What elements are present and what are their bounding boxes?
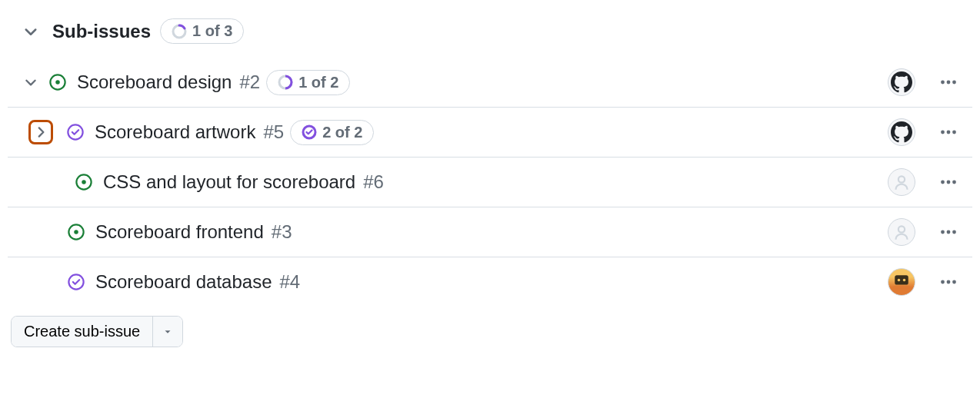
svg-point-2 (55, 80, 60, 85)
issue-title[interactable]: Scoreboard frontend (95, 221, 264, 243)
hubot-icon (891, 271, 912, 293)
svg-point-22 (947, 231, 951, 234)
unassigned-avatar[interactable] (888, 168, 915, 196)
issue-open-icon (68, 224, 85, 240)
progress-badge: 2 of 2 (290, 120, 374, 145)
kebab-icon (939, 73, 958, 91)
svg-point-27 (903, 279, 906, 282)
progress-badge: 1 of 3 (160, 18, 244, 44)
svg-point-14 (898, 176, 905, 182)
kebab-icon (939, 223, 958, 241)
svg-point-16 (947, 181, 951, 184)
issue-number: #4 (280, 271, 301, 293)
issue-title[interactable]: Scoreboard design (77, 71, 232, 93)
svg-point-11 (952, 131, 956, 134)
svg-point-9 (941, 131, 945, 134)
svg-point-29 (941, 280, 945, 284)
progress-badge-text: 1 of 2 (298, 74, 338, 91)
collapse-toggle[interactable] (18, 19, 43, 44)
assignee-avatar[interactable] (888, 268, 915, 296)
issue-closed-icon (67, 124, 84, 141)
issue-closed-icon (68, 274, 85, 290)
chevron-down-icon (24, 75, 38, 89)
issue-number: #2 (239, 71, 260, 93)
progress-badge-text: 2 of 2 (322, 124, 362, 141)
issue-title[interactable]: Scoreboard database (95, 271, 272, 293)
svg-point-20 (898, 226, 905, 232)
svg-point-30 (947, 280, 951, 284)
chevron-down-icon (23, 24, 38, 39)
row-menu[interactable] (932, 170, 965, 194)
issue-number: #3 (272, 221, 292, 243)
svg-point-10 (947, 131, 951, 134)
progress-circle-icon (172, 24, 187, 39)
issue-open-icon (75, 174, 92, 191)
create-sub-issue-button[interactable]: Create sub-issue (12, 317, 152, 347)
octocat-icon (891, 121, 912, 143)
kebab-icon (939, 123, 958, 141)
svg-point-15 (941, 181, 945, 184)
kebab-icon (939, 173, 958, 191)
issue-row[interactable]: CSS and layout for scoreboard #6 (8, 158, 972, 207)
svg-point-13 (82, 180, 86, 184)
triangle-down-icon (162, 327, 173, 337)
svg-point-19 (74, 230, 78, 234)
expand-toggle-highlighted[interactable] (28, 120, 53, 144)
row-menu[interactable] (932, 220, 965, 244)
progress-circle-icon (278, 75, 293, 90)
svg-point-5 (947, 81, 951, 85)
person-icon (893, 224, 910, 240)
progress-circle-icon (302, 124, 317, 140)
issue-title[interactable]: CSS and layout for scoreboard (103, 171, 355, 193)
svg-point-23 (952, 231, 956, 234)
issue-row[interactable]: Scoreboard artwork #5 2 of 2 (8, 108, 972, 158)
sub-issues-header: Sub-issues 1 of 3 (8, 12, 972, 58)
octocat-icon (891, 71, 912, 93)
issue-number: #6 (363, 171, 384, 193)
issue-number: #5 (263, 121, 284, 143)
kebab-icon (939, 273, 958, 291)
person-icon (893, 174, 910, 191)
svg-point-17 (952, 181, 956, 184)
create-sub-issue-group: Create sub-issue (11, 316, 183, 347)
create-sub-issue-dropdown[interactable] (152, 317, 182, 347)
svg-point-4 (941, 81, 945, 85)
svg-point-21 (941, 231, 945, 234)
issue-title[interactable]: Scoreboard artwork (95, 121, 255, 143)
footer: Create sub-issue (8, 316, 972, 347)
issue-row[interactable]: Scoreboard frontend #3 (8, 207, 972, 257)
svg-point-6 (952, 81, 956, 85)
row-menu[interactable] (932, 270, 965, 294)
row-menu[interactable] (932, 70, 965, 95)
row-menu[interactable] (932, 120, 965, 144)
issue-open-icon (49, 74, 66, 91)
progress-badge: 1 of 2 (266, 70, 350, 95)
issue-row[interactable]: Scoreboard database #4 (8, 257, 972, 307)
chevron-right-icon (34, 125, 48, 139)
unassigned-avatar[interactable] (888, 218, 915, 246)
progress-badge-text: 1 of 3 (192, 22, 232, 40)
svg-point-31 (952, 280, 956, 284)
assignee-avatar[interactable] (888, 118, 915, 146)
section-title: Sub-issues (52, 21, 151, 42)
assignee-avatar[interactable] (888, 68, 915, 96)
issue-row[interactable]: Scoreboard design #2 1 of 2 (8, 58, 972, 108)
sub-issues-list: Scoreboard design #2 1 of 2 Scoreboard a… (8, 58, 972, 307)
svg-rect-25 (895, 275, 908, 284)
svg-point-26 (898, 279, 901, 282)
expand-toggle[interactable] (18, 70, 43, 95)
svg-rect-28 (894, 286, 910, 289)
